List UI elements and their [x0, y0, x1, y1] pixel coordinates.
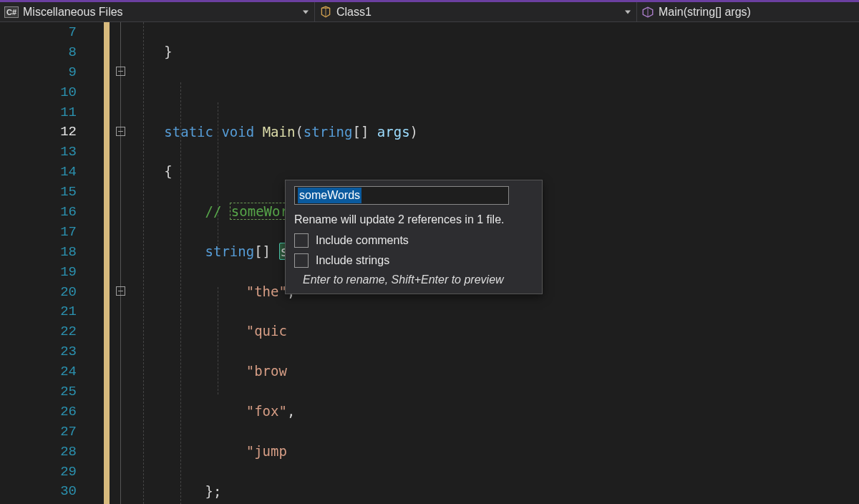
- class-icon: [319, 6, 332, 19]
- code-line: "jump: [140, 442, 859, 462]
- checkbox-icon[interactable]: [294, 233, 309, 248]
- line-number: 20: [0, 284, 89, 300]
- gutter-row: 7: [0, 22, 104, 42]
- line-number: 10: [0, 84, 89, 100]
- change-indicator-stripe: [104, 22, 110, 504]
- line-number: 9: [0, 64, 89, 80]
- gutter-row: 20: [0, 282, 104, 302]
- line-number: 7: [0, 24, 89, 40]
- code-line: }: [140, 42, 859, 62]
- rename-input-value: someWords: [298, 188, 361, 203]
- code-line: "quic: [140, 321, 859, 341]
- line-number: 16: [0, 204, 89, 220]
- rename-popup: someWords Rename will update 2 reference…: [285, 180, 543, 294]
- rename-message: Rename will update 2 references in 1 fil…: [294, 213, 533, 226]
- code-line: "brow: [140, 362, 859, 382]
- line-number: 25: [0, 384, 89, 399]
- checkbox-icon[interactable]: [294, 253, 309, 268]
- gutter-row: 14: [0, 162, 104, 182]
- include-strings-checkbox[interactable]: Include strings: [294, 253, 533, 268]
- gutter-row: 26: [0, 402, 104, 422]
- fold-toggle-icon[interactable]: [116, 67, 125, 76]
- line-number: 28: [0, 444, 89, 460]
- include-comments-label: Include comments: [316, 234, 409, 247]
- code-line: {: [140, 162, 859, 182]
- gutter-row: 23: [0, 341, 104, 362]
- csharp-file-icon: C#: [4, 6, 19, 18]
- nav-method-label: Main(string[] args): [659, 6, 751, 19]
- code-line: static void Main(string[] args): [140, 122, 859, 142]
- gutter-row: 12: [0, 122, 104, 142]
- dropdown-arrow-icon: [625, 10, 631, 14]
- gutter-row: 30: [0, 481, 104, 501]
- nav-class-scope[interactable]: Class1: [315, 2, 637, 21]
- fold-toggle-icon[interactable]: [116, 286, 125, 296]
- code-editor[interactable]: 7891011121314151617181920212223242526272…: [0, 22, 859, 504]
- line-number: 8: [0, 44, 89, 60]
- code-line: "fox",: [140, 402, 859, 422]
- line-number-gutter: 7891011121314151617181920212223242526272…: [0, 22, 104, 504]
- gutter-row: 27: [0, 422, 104, 442]
- line-number: 14: [0, 164, 89, 180]
- gutter-row: 29: [0, 462, 104, 482]
- line-number: 26: [0, 404, 89, 420]
- gutter-row: 24: [0, 362, 104, 382]
- gutter-row: 22: [0, 321, 104, 341]
- nav-method-scope[interactable]: Main(string[] args): [637, 2, 859, 21]
- line-number: 11: [0, 105, 89, 120]
- line-number: 12: [0, 124, 89, 140]
- rename-hint: Enter to rename, Shift+Enter to preview: [294, 273, 533, 286]
- gutter-row: 18: [0, 242, 104, 262]
- line-number: 23: [0, 344, 89, 359]
- include-strings-label: Include strings: [316, 254, 389, 267]
- method-icon: [641, 6, 654, 19]
- gutter-row: 8: [0, 42, 104, 62]
- line-number: 15: [0, 184, 89, 200]
- line-number: 27: [0, 424, 89, 440]
- line-number: 21: [0, 304, 89, 319]
- include-comments-checkbox[interactable]: Include comments: [294, 233, 533, 248]
- line-number: 19: [0, 264, 89, 280]
- gutter-row: 9: [0, 62, 104, 82]
- folding-column: [113, 22, 135, 504]
- line-number: 30: [0, 483, 89, 499]
- gutter-row: 19: [0, 262, 104, 282]
- nav-class-label: Class1: [336, 6, 372, 19]
- gutter-row: 17: [0, 222, 104, 242]
- line-number: 17: [0, 224, 89, 240]
- gutter-row: 25: [0, 382, 104, 402]
- gutter-row: 21: [0, 301, 104, 321]
- navigation-bar: C# Miscellaneous Files Class1 Main(strin…: [0, 2, 859, 22]
- gutter-row: 11: [0, 102, 104, 122]
- rename-input[interactable]: someWords: [294, 186, 509, 205]
- line-number: 22: [0, 324, 89, 339]
- nav-file-label: Miscellaneous Files: [23, 6, 123, 19]
- line-number: 24: [0, 364, 89, 379]
- code-line: };: [140, 482, 859, 502]
- nav-file-scope[interactable]: C# Miscellaneous Files: [0, 2, 315, 21]
- code-line: [140, 82, 859, 102]
- dropdown-arrow-icon: [303, 10, 309, 14]
- gutter-row: 10: [0, 82, 104, 102]
- line-number: 13: [0, 144, 89, 160]
- gutter-row: 15: [0, 182, 104, 202]
- gutter-row: 13: [0, 142, 104, 162]
- line-number: 18: [0, 244, 89, 260]
- line-number: 29: [0, 464, 89, 480]
- gutter-row: 16: [0, 202, 104, 222]
- fold-toggle-icon[interactable]: [116, 127, 125, 136]
- gutter-row: 28: [0, 442, 104, 462]
